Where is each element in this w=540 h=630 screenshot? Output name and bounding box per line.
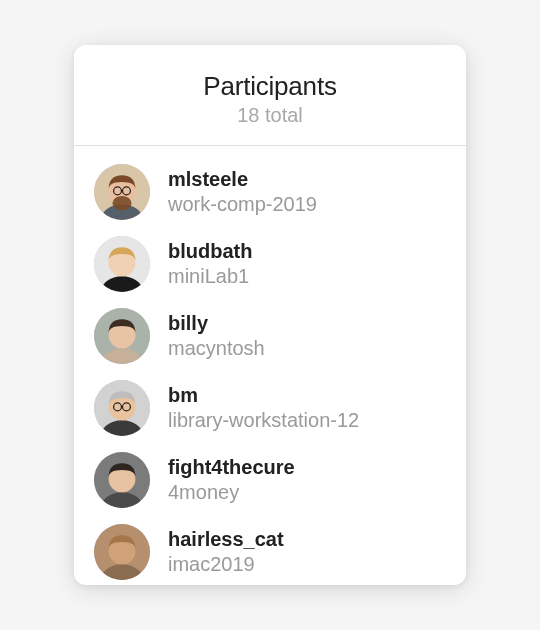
participant-text: hairless_catimac2019	[168, 527, 284, 577]
participant-device: imac2019	[168, 552, 284, 577]
participant-username: bm	[168, 383, 359, 408]
participant-text: bludbathminiLab1	[168, 239, 252, 289]
card-subtitle: 18 total	[90, 104, 450, 127]
list-item[interactable]: fight4thecure4money	[74, 444, 466, 516]
participant-text: fight4thecure4money	[168, 455, 295, 505]
avatar[interactable]	[94, 524, 150, 580]
svg-point-3	[112, 196, 131, 211]
card-header: Participants 18 total	[74, 45, 466, 146]
card-title: Participants	[90, 71, 450, 102]
avatar[interactable]	[94, 308, 150, 364]
list-item[interactable]: bludbathminiLab1	[74, 228, 466, 300]
list-item[interactable]: mlsteelework-comp-2019	[74, 156, 466, 228]
list-item[interactable]: hairless_catimac2019	[74, 516, 466, 585]
avatar[interactable]	[94, 452, 150, 508]
participant-text: bmlibrary-workstation-12	[168, 383, 359, 433]
participant-username: mlsteele	[168, 167, 317, 192]
participant-username: hairless_cat	[168, 527, 284, 552]
avatar[interactable]	[94, 236, 150, 292]
avatar[interactable]	[94, 380, 150, 436]
participant-username: bludbath	[168, 239, 252, 264]
participant-text: billymacyntosh	[168, 311, 265, 361]
participant-device: library-workstation-12	[168, 408, 359, 433]
avatar[interactable]	[94, 164, 150, 220]
participant-text: mlsteelework-comp-2019	[168, 167, 317, 217]
list-item[interactable]: billymacyntosh	[74, 300, 466, 372]
participant-device: miniLab1	[168, 264, 252, 289]
participant-device: 4money	[168, 480, 295, 505]
participant-device: macyntosh	[168, 336, 265, 361]
participants-list[interactable]: mlsteelework-comp-2019 bludbathminiLab1 …	[74, 146, 466, 585]
list-item[interactable]: bmlibrary-workstation-12	[74, 372, 466, 444]
participants-card: Participants 18 total mlsteelework-comp-…	[74, 45, 466, 585]
participant-device: work-comp-2019	[168, 192, 317, 217]
participant-username: billy	[168, 311, 265, 336]
participant-username: fight4thecure	[168, 455, 295, 480]
